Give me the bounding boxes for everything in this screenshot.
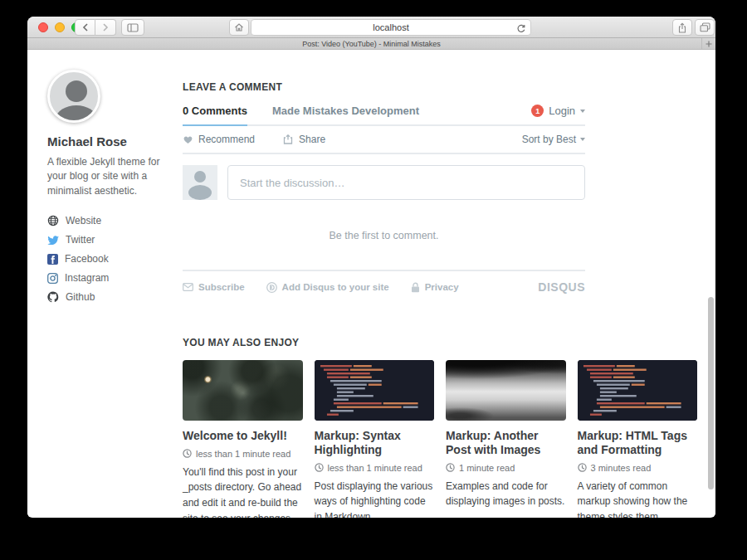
sidebar-toggle-button[interactable] bbox=[121, 19, 144, 36]
page-content: Michael Rose A flexible Jekyll theme for… bbox=[27, 50, 715, 517]
disqus-icon bbox=[266, 282, 277, 293]
author-link-label: Facebook bbox=[65, 253, 109, 265]
clock-icon bbox=[446, 463, 455, 472]
post-thumbnail-foam bbox=[183, 360, 303, 421]
chevron-right-icon bbox=[102, 23, 109, 32]
read-time: 3 minutes read bbox=[591, 463, 652, 473]
clock-icon bbox=[578, 463, 587, 472]
add-disqus-label: Add Disqus to your site bbox=[282, 282, 389, 292]
heart-icon bbox=[183, 134, 193, 144]
post-excerpt: Post displaying the various ways of high… bbox=[315, 479, 435, 518]
comments-section: LEAVE A COMMENT 0 Comments Made Mistakes… bbox=[183, 81, 585, 294]
share-arrow-icon bbox=[283, 134, 294, 144]
tab-bar: Post: Video (YouTube) - Minimal Mistakes bbox=[27, 38, 715, 50]
main-column: LEAVE A COMMENT 0 Comments Made Mistakes… bbox=[183, 81, 697, 518]
tab-community[interactable]: Made Mistakes Development bbox=[272, 105, 419, 117]
author-link-github[interactable]: Github bbox=[47, 291, 177, 303]
history-nav bbox=[75, 19, 116, 36]
post-meta: less than 1 minute read bbox=[315, 463, 435, 473]
post-thumbnail-code bbox=[578, 360, 698, 421]
tab-comment-count[interactable]: 0 Comments bbox=[183, 105, 247, 117]
post-excerpt: Examples and code for displaying images … bbox=[446, 479, 566, 509]
tab-overview-button[interactable] bbox=[695, 19, 715, 36]
author-bio: A flexible Jekyll theme for your blog or… bbox=[47, 155, 177, 198]
tabs-icon bbox=[700, 22, 710, 32]
post-title[interactable]: Markup: HTML Tags and Formatting bbox=[578, 429, 698, 457]
forward-button[interactable] bbox=[95, 19, 116, 36]
author-link-label: Website bbox=[66, 215, 101, 226]
browser-toolbar: localhost bbox=[27, 17, 715, 38]
desktop: { "browser": { "url": "localhost", "tab_… bbox=[0, 0, 747, 560]
minimize-window-button[interactable] bbox=[55, 22, 65, 32]
privacy-link[interactable]: Privacy bbox=[411, 282, 459, 293]
lock-icon bbox=[411, 282, 420, 293]
active-tab[interactable]: Post: Video (YouTube) - Minimal Mistakes bbox=[302, 40, 441, 48]
related-card[interactable]: Markup: Syntax Highlighting less than 1 … bbox=[315, 360, 435, 518]
related-card[interactable]: Welcome to Jekyll! less than 1 minute re… bbox=[183, 360, 303, 518]
home-button[interactable] bbox=[229, 19, 249, 36]
post-title[interactable]: Markup: Another Post with Images bbox=[446, 429, 566, 457]
disqus-action-row: Recommend Share Sort by Best bbox=[183, 126, 585, 154]
close-window-button[interactable] bbox=[38, 22, 48, 32]
globe-icon bbox=[47, 215, 59, 226]
safari-window: localhost Post: Video (YouTube) - Minima… bbox=[27, 17, 715, 518]
login-control[interactable]: 1 Login bbox=[531, 105, 585, 117]
share-label: Share bbox=[299, 134, 325, 145]
chevron-left-icon bbox=[82, 23, 89, 32]
comment-compose bbox=[183, 165, 585, 200]
post-title[interactable]: Markup: Syntax Highlighting bbox=[315, 429, 435, 457]
new-tab-button[interactable] bbox=[701, 38, 715, 49]
post-excerpt: A variety of common markup showing how t… bbox=[578, 479, 698, 518]
post-meta: 3 minutes read bbox=[578, 463, 698, 473]
author-name: Michael Rose bbox=[47, 134, 177, 149]
refresh-icon bbox=[516, 23, 526, 34]
clock-icon bbox=[315, 463, 324, 472]
disqus-logo: DISQUS bbox=[538, 280, 585, 294]
sidebar-icon bbox=[127, 23, 139, 32]
plus-icon bbox=[706, 41, 712, 47]
home-icon bbox=[234, 22, 244, 32]
empty-comments-message: Be the first to comment. bbox=[183, 230, 585, 241]
post-excerpt: You'll find this post in your _posts dir… bbox=[183, 465, 303, 518]
share-button[interactable] bbox=[672, 19, 692, 36]
related-posts-section: YOU MAY ALSO ENJOY Welcome to Jekyll! le… bbox=[183, 337, 697, 518]
scrollbar[interactable] bbox=[708, 297, 714, 489]
twitter-icon bbox=[47, 235, 59, 245]
notification-badge: 1 bbox=[531, 105, 544, 117]
related-card[interactable]: Markup: HTML Tags and Formatting 3 minut… bbox=[578, 360, 698, 518]
github-icon bbox=[47, 291, 59, 303]
post-thumbnail-trees bbox=[446, 360, 566, 421]
comment-input[interactable] bbox=[227, 165, 585, 200]
subscribe-label: Subscribe bbox=[198, 282, 245, 292]
post-thumbnail-code bbox=[315, 360, 435, 421]
read-time: less than 1 minute read bbox=[196, 449, 290, 459]
recommend-button[interactable]: Recommend bbox=[183, 134, 255, 145]
subscribe-link[interactable]: Subscribe bbox=[183, 282, 245, 292]
read-time: 1 minute read bbox=[459, 463, 515, 473]
author-avatar bbox=[47, 70, 100, 123]
related-card[interactable]: Markup: Another Post with Images 1 minut… bbox=[446, 360, 566, 518]
post-title[interactable]: Welcome to Jekyll! bbox=[183, 429, 303, 443]
clock-icon bbox=[183, 449, 192, 458]
sort-by-best-dropdown[interactable]: Sort by Best bbox=[522, 134, 585, 145]
related-heading: YOU MAY ALSO ENJOY bbox=[183, 337, 697, 348]
chevron-down-icon bbox=[580, 138, 585, 141]
add-disqus-link[interactable]: Add Disqus to your site bbox=[266, 282, 389, 293]
url-text: localhost bbox=[373, 22, 408, 32]
author-link-twitter[interactable]: Twitter bbox=[47, 234, 177, 246]
share-comments-button[interactable]: Share bbox=[283, 134, 325, 145]
author-link-label: Twitter bbox=[66, 234, 95, 246]
recommend-label: Recommend bbox=[198, 134, 255, 145]
author-link-facebook[interactable]: Facebook bbox=[47, 253, 177, 265]
author-links: Website Twitter Facebook bbox=[47, 215, 177, 303]
back-button[interactable] bbox=[75, 19, 95, 36]
refresh-button[interactable] bbox=[516, 22, 526, 37]
author-link-instagram[interactable]: Instagram bbox=[47, 272, 177, 284]
address-bar[interactable]: localhost bbox=[251, 19, 531, 36]
guest-avatar bbox=[183, 165, 217, 200]
login-label: Login bbox=[549, 105, 575, 117]
chevron-down-icon bbox=[580, 110, 585, 113]
share-icon bbox=[677, 22, 687, 33]
author-link-website[interactable]: Website bbox=[47, 215, 177, 226]
facebook-icon bbox=[47, 254, 58, 265]
